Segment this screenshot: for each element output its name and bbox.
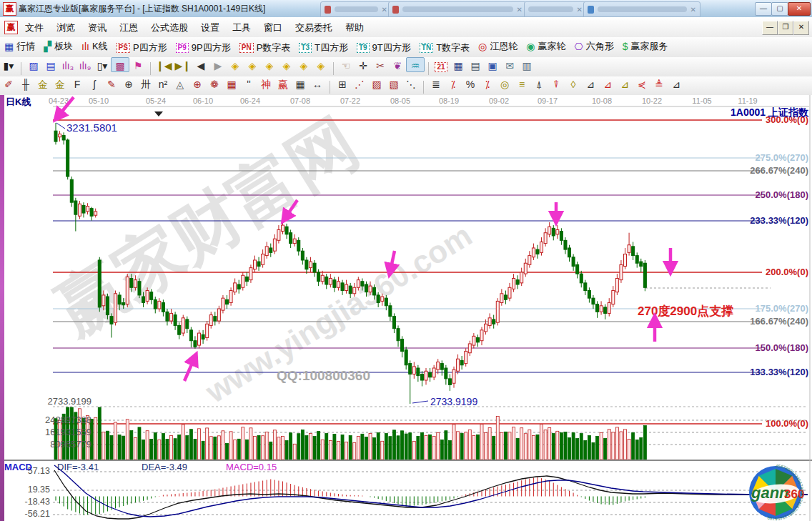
toolbar-button-winner-wheel[interactable]: ◉赢家轮 — [522, 37, 570, 53]
draw-tool-1-icon[interactable]: ✐ — [0, 76, 17, 90]
draw-tool-38-icon[interactable]: ⊿ — [616, 76, 633, 90]
prev-icon[interactable]: ◀ — [192, 58, 209, 71]
menu-item-公式选股[interactable]: 公式选股 — [144, 17, 194, 34]
toolbar-button-p-number-table[interactable]: PNP数字表 — [235, 39, 295, 54]
last-page-icon[interactable]: ▶❙ — [174, 58, 193, 71]
tab-close-icon[interactable]: ✕ — [577, 6, 583, 14]
menu-item-工具[interactable]: 工具 — [226, 17, 257, 34]
toolbar-button-sectors[interactable]: ▞板块 — [39, 37, 77, 53]
draw-tool-19-icon[interactable]: ↔ — [309, 76, 326, 90]
background-tab-2[interactable]: ✕ — [388, 1, 527, 17]
window-close-button[interactable]: ✕ — [788, 2, 811, 16]
diamond-expand-icon[interactable]: ◈ — [295, 58, 312, 71]
draw-tool-22-icon[interactable]: ⋰ — [351, 76, 368, 90]
draw-tool-39-icon[interactable]: ⋞ — [633, 76, 650, 90]
menu-item-设置[interactable]: 设置 — [194, 17, 226, 34]
draw-tool-36-icon[interactable]: ⊿ — [582, 76, 599, 90]
draw-tool-32-icon[interactable]: ≡ — [513, 76, 530, 90]
menu-item-资讯[interactable]: 资讯 — [81, 17, 113, 34]
window-minimize-button[interactable]: — — [755, 2, 772, 16]
notepad-icon[interactable]: ▤ — [467, 58, 484, 71]
period-dropdown-icon[interactable]: ▯▾ — [94, 58, 111, 71]
draw-tool-12-icon[interactable]: ⊕ — [189, 76, 206, 90]
draw-tool-30-icon[interactable]: ⁒ — [479, 76, 496, 90]
window-maximize-button[interactable]: ▢ — [771, 2, 788, 16]
title-bar[interactable]: 赢 赢家江恩专业版[赢家服务平台] - [上证指数 SH1A0001-149日K… — [0, 0, 812, 18]
draw-tool-10-icon[interactable]: n² — [154, 76, 172, 90]
draw-tool-23-icon[interactable]: ▨ — [368, 76, 385, 90]
menu-item-窗口[interactable]: 窗口 — [257, 17, 289, 34]
draw-tool-41-icon[interactable]: ⊿ — [668, 76, 685, 90]
draw-tool-8-icon[interactable]: ⊕ — [120, 76, 137, 90]
menu-item-江恩[interactable]: 江恩 — [113, 17, 144, 34]
wave-tool-icon[interactable]: ♒ — [406, 57, 425, 72]
draw-tool-18-icon[interactable]: ▦ — [292, 76, 309, 90]
toolbar-button-gann-wheel[interactable]: ◎江恩轮 — [474, 37, 522, 53]
zigzag-tool-icon[interactable]: ▨ — [25, 58, 42, 71]
color-flag-icon[interactable]: ⚑ — [129, 58, 147, 71]
draw-tool-28-icon[interactable]: ⁒ — [445, 76, 462, 90]
draw-tool-31-icon[interactable]: ◎ — [496, 76, 513, 90]
toolbar-button-kline[interactable]: ılıK线 — [77, 37, 112, 53]
menu-item-帮助[interactable]: 帮助 — [339, 17, 370, 34]
draw-tool-5-icon[interactable]: F — [69, 76, 86, 90]
chart-9-icon[interactable]: ılı₉ — [76, 58, 94, 71]
toolbar-button-p-square[interactable]: PSP四方形 — [112, 39, 172, 54]
mail-icon[interactable]: ✉ — [501, 58, 518, 71]
background-tab-1[interactable]: ✕ — [320, 1, 392, 17]
draw-tool-25-icon[interactable]: ⋱ — [402, 76, 420, 90]
background-tab-3[interactable]: ✕ — [524, 1, 587, 17]
tab-close-icon[interactable]: ✕ — [690, 6, 696, 14]
draw-tool-40-icon[interactable]: ≜ — [650, 76, 668, 90]
calculator-icon[interactable]: ▦ — [450, 58, 467, 71]
toolbar-button-hexagon[interactable]: ⎔六角形 — [570, 37, 618, 53]
first-page-icon[interactable]: ❙◀ — [154, 58, 174, 71]
save-icon[interactable]: ▣ — [484, 58, 501, 71]
tab-close-icon[interactable]: ✕ — [517, 6, 523, 14]
chart-3-icon[interactable]: ılı₃ — [59, 58, 76, 71]
crosshair-tool-icon[interactable]: ✛ — [355, 58, 372, 71]
toolbar-button-9p-square[interactable]: P99P四方形 — [172, 39, 235, 54]
calendar-icon[interactable]: 21 — [432, 58, 450, 72]
draw-tool-11-icon[interactable]: ◬ — [172, 76, 189, 90]
diamond-full-icon[interactable]: ◈ — [312, 58, 330, 71]
draw-tool-17-icon[interactable]: 赢 — [274, 76, 292, 91]
toolbar-button-9t-square[interactable]: T99T四方形 — [352, 39, 415, 54]
background-tab-4[interactable]: ✕ — [583, 1, 700, 17]
draw-tool-7-icon[interactable]: ✎ — [103, 76, 120, 90]
menu-item-浏览[interactable]: 浏览 — [50, 17, 81, 34]
toolbar-button-t-square[interactable]: T3T四方形 — [294, 39, 352, 54]
draw-tool-29-icon[interactable]: % — [462, 76, 479, 90]
toolbar-button-t-number-table[interactable]: TNT数字表 — [415, 39, 474, 54]
diamond-left-icon[interactable]: ◈ — [227, 58, 244, 71]
menu-item-交易委托[interactable]: 交易委托 — [289, 17, 339, 34]
diamond-right-icon[interactable]: ◈ — [244, 58, 261, 71]
draw-tool-6-icon[interactable]: ʃ — [86, 76, 103, 90]
hand-tool-icon[interactable]: ☜ — [337, 58, 355, 71]
draw-tool-3-icon[interactable]: 金 — [34, 76, 51, 91]
toolbar-button-quotes[interactable]: ▦行情 — [0, 37, 39, 53]
scissors-tool-icon[interactable]: ✂ — [372, 58, 389, 71]
draw-tool-21-icon[interactable]: ⊞ — [334, 76, 351, 90]
draw-tool-2-icon[interactable]: ╫ — [17, 76, 34, 90]
tab-close-icon[interactable]: ✕ — [382, 6, 387, 14]
info-panel-icon[interactable]: ▤ — [42, 58, 59, 71]
draw-tool-35-icon[interactable]: ◊ — [565, 76, 582, 90]
draw-tool-16-icon[interactable]: 神 — [257, 76, 274, 91]
print-icon[interactable]: ▥ — [518, 58, 535, 71]
diamond-vsplit-icon[interactable]: ◈ — [278, 58, 295, 71]
draw-tool-37-icon[interactable]: ⊿ — [599, 76, 616, 90]
kline-style-dropdown-icon[interactable]: ▮▾ — [0, 58, 17, 71]
draw-tool-14-icon[interactable]: ▦ — [223, 76, 240, 90]
draw-tool-4-icon[interactable]: 金 — [51, 76, 69, 91]
toolbar-button-winner-service[interactable]: $赢家服务 — [618, 37, 673, 53]
draw-tool-34-icon[interactable]: ⍒ — [548, 76, 565, 91]
kline-chart-canvas[interactable]: 04-2305-1005-2406-1006-2407-0807-2208-05… — [0, 95, 812, 521]
menu-item-文件[interactable]: 文件 — [19, 17, 50, 34]
draw-tool-13-icon[interactable]: ❁ — [206, 76, 223, 90]
mdi-restore-button[interactable]: ❐ — [778, 21, 793, 35]
ornament-tool-icon[interactable]: ❦ — [389, 58, 406, 71]
mdi-minimize-button[interactable]: — — [762, 21, 778, 35]
mdi-close-button[interactable]: ✕ — [793, 21, 809, 35]
next-icon[interactable]: ▶ — [209, 58, 227, 71]
